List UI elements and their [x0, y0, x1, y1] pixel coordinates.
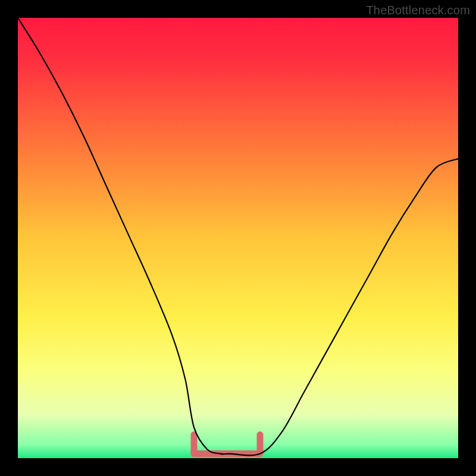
highlight-segment	[194, 435, 260, 454]
bottleneck-curve	[18, 18, 458, 455]
plot-area	[18, 18, 458, 458]
curve-layer	[18, 18, 458, 458]
chart-frame: TheBottleneck.com	[0, 0, 476, 476]
watermark-text: TheBottleneck.com	[366, 4, 470, 17]
